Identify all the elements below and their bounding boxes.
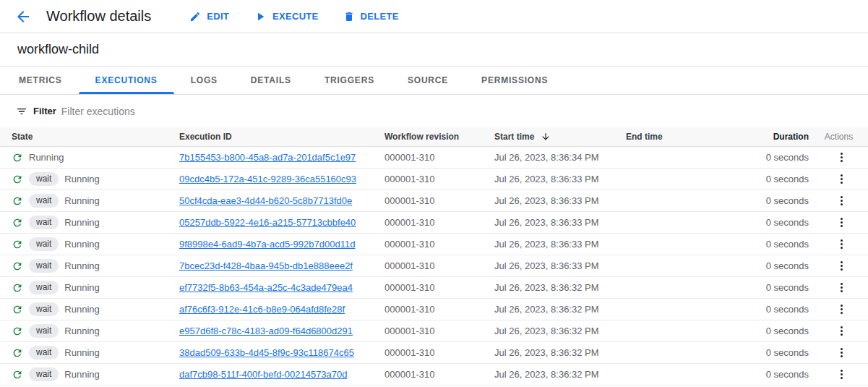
filter-executions-input[interactable] — [61, 101, 868, 122]
table-row: wait Running af76c6f3-912e-41c6-b8e9-064… — [0, 299, 868, 320]
table-row: wait Running 38dad509-633b-4d45-8f9c-93c… — [0, 342, 868, 364]
workflow-revision-cell: 000001-310 — [384, 174, 494, 184]
row-actions-kebab-icon[interactable] — [833, 344, 850, 362]
execution-id-cell: 09cdc4b5-172a-451c-9289-36ca55160c93 — [179, 174, 384, 184]
state-label: Running — [64, 282, 99, 293]
column-header-execution-id: Execution ID — [179, 132, 384, 142]
running-progress-icon — [12, 239, 23, 250]
duration-cell: 0 seconds — [752, 369, 815, 380]
state-cell: wait Running — [0, 281, 179, 294]
column-header-duration: Duration — [752, 132, 815, 142]
running-progress-icon — [12, 326, 23, 337]
execution-id-link[interactable]: af76c6f3-912e-41c6-b8e9-064afd8fe28f — [179, 304, 345, 315]
start-time-cell: Jul 26, 2023, 8:36:33 PM — [494, 239, 626, 250]
sort-descending-icon[interactable] — [541, 132, 551, 142]
actions-cell — [815, 236, 868, 253]
execute-button-label: EXECUTE — [272, 11, 319, 22]
table-row: wait Running ef7732f5-8b63-454a-a25c-4c3… — [0, 277, 868, 299]
execute-button[interactable]: EXECUTE — [254, 10, 319, 23]
tab-label: PERMISSIONS — [481, 75, 548, 85]
actions-cell — [815, 171, 868, 188]
workflow-revision-cell: 000001-310 — [384, 152, 494, 163]
tab-executions[interactable]: EXECUTIONS — [79, 67, 174, 94]
row-actions-kebab-icon[interactable] — [833, 149, 850, 166]
workflow-revision-cell: 000001-310 — [384, 326, 494, 336]
running-progress-icon — [12, 174, 23, 185]
execution-id-link[interactable]: 05257ddb-5922-4e16-a215-57713cbbfe40 — [179, 217, 356, 228]
workflow-revision-cell: 000001-310 — [384, 347, 494, 358]
running-progress-icon — [12, 260, 23, 272]
pencil-icon — [189, 11, 201, 22]
column-header-label: Workflow revision — [384, 132, 459, 142]
edit-button[interactable]: EDIT — [189, 11, 229, 22]
running-progress-icon — [12, 304, 23, 315]
back-button[interactable] — [14, 8, 32, 25]
execution-id-cell: 7bcec23d-f428-4baa-945b-db1e888eee2f — [179, 260, 384, 271]
workflow-action-buttons: EDIT EXECUTE DELETE — [189, 10, 398, 23]
step-badge: wait — [29, 281, 59, 294]
page-header: Workflow details EDIT EXECUTE DELETE — [0, 0, 868, 33]
executions-table-header: State Execution ID Workflow revision Sta… — [0, 127, 868, 147]
execution-id-link[interactable]: ef7732f5-8b63-454a-a25c-4c3ade479ea4 — [179, 282, 353, 293]
state-label: Running — [64, 239, 99, 250]
execution-id-link[interactable]: e957d6f8-c78c-4183-ad09-f64d6800d291 — [179, 326, 353, 336]
table-row: wait Running 7bcec23d-f428-4baa-945b-db1… — [0, 255, 868, 277]
column-header-label: Execution ID — [179, 132, 232, 142]
row-actions-kebab-icon[interactable] — [833, 192, 850, 210]
tab-permissions[interactable]: PERMISSIONS — [465, 67, 564, 94]
row-actions-kebab-icon[interactable] — [833, 236, 850, 253]
state-cell: wait Running — [0, 237, 179, 251]
filter-bar: Filter — [0, 95, 868, 127]
actions-cell — [815, 192, 868, 210]
column-header-actions: Actions — [815, 132, 868, 142]
state-cell: wait Running — [0, 367, 179, 381]
tab-logs[interactable]: LOGS — [174, 67, 234, 94]
executions-table-body: Running 7b155453-b800-45a8-ad7a-201daf5c… — [0, 147, 868, 386]
actions-cell — [815, 366, 868, 383]
start-time-cell: Jul 26, 2023, 8:36:32 PM — [494, 304, 626, 315]
row-actions-kebab-icon[interactable] — [833, 323, 850, 340]
row-actions-kebab-icon[interactable] — [833, 279, 850, 297]
actions-cell — [815, 258, 868, 275]
step-badge: wait — [29, 172, 59, 186]
duration-cell: 0 seconds — [752, 260, 815, 271]
duration-cell: 0 seconds — [752, 304, 815, 315]
execution-id-cell: e957d6f8-c78c-4183-ad09-f64d6800d291 — [179, 326, 384, 336]
tab-metrics[interactable]: METRICS — [2, 67, 79, 94]
execution-id-link[interactable]: daf7cb98-511f-400f-befd-00214573a70d — [179, 369, 348, 380]
execution-id-link[interactable]: 50cf4cda-eae3-4d44-b620-5c8b7713fd0e — [179, 195, 352, 206]
execution-id-link[interactable]: 7b155453-b800-45a8-ad7a-201daf5c1e97 — [179, 152, 356, 163]
state-cell: wait Running — [0, 302, 179, 316]
tab-source[interactable]: SOURCE — [391, 67, 465, 94]
play-icon — [254, 10, 267, 23]
duration-cell: 0 seconds — [752, 326, 815, 336]
execution-id-link[interactable]: 9f8998e4-6ad9-4b7a-acd5-992b7d00d11d — [179, 239, 355, 250]
workflow-revision-cell: 000001-310 — [384, 304, 494, 315]
step-badge: wait — [29, 194, 59, 208]
execution-id-link[interactable]: 7bcec23d-f428-4baa-945b-db1e888eee2f — [179, 260, 353, 271]
table-row: wait Running daf7cb98-511f-400f-befd-002… — [0, 364, 868, 386]
execution-id-link[interactable]: 38dad509-633b-4d45-8f9c-93c118674c65 — [179, 347, 354, 358]
row-actions-kebab-icon[interactable] — [833, 366, 850, 383]
actions-cell — [815, 323, 868, 340]
tab-triggers[interactable]: TRIGGERS — [308, 67, 391, 94]
state-label: Running — [64, 174, 99, 184]
row-actions-kebab-icon[interactable] — [833, 258, 850, 275]
duration-cell: 0 seconds — [752, 174, 815, 184]
row-actions-kebab-icon[interactable] — [833, 171, 850, 188]
delete-button[interactable]: DELETE — [343, 11, 399, 22]
running-progress-icon — [12, 369, 23, 380]
step-badge: wait — [29, 367, 59, 381]
column-header-workflow-revision: Workflow revision — [384, 132, 494, 142]
start-time-cell: Jul 26, 2023, 8:36:32 PM — [494, 326, 626, 336]
row-actions-kebab-icon[interactable] — [833, 214, 850, 231]
tab-details[interactable]: DETAILS — [234, 67, 308, 94]
duration-cell: 0 seconds — [752, 195, 815, 206]
state-label: Running — [64, 304, 99, 315]
execution-id-cell: 50cf4cda-eae3-4d44-b620-5c8b7713fd0e — [179, 195, 384, 206]
table-row: wait Running 50cf4cda-eae3-4d44-b620-5c8… — [0, 190, 868, 212]
state-label: Running — [64, 326, 99, 336]
row-actions-kebab-icon[interactable] — [833, 301, 850, 318]
execution-id-link[interactable]: 09cdc4b5-172a-451c-9289-36ca55160c93 — [179, 174, 356, 184]
running-progress-icon — [12, 347, 23, 359]
